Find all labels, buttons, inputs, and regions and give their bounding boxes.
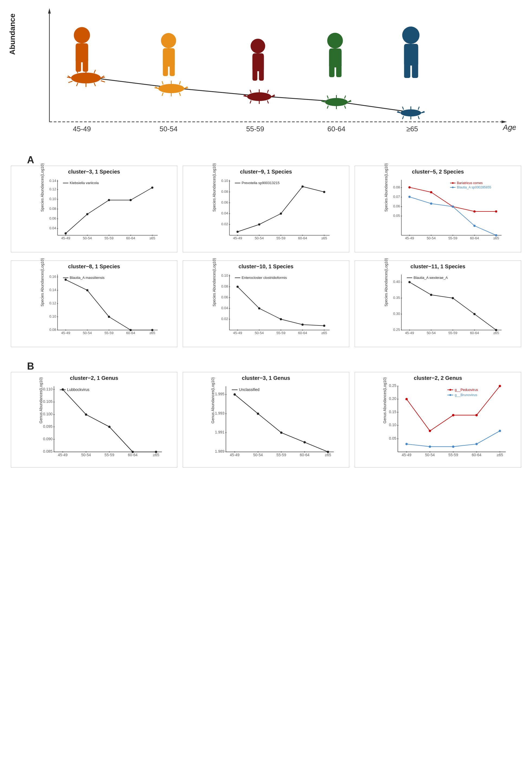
svg-point-185 — [474, 225, 476, 227]
svg-text:g__Peduovirus: g__Peduovirus — [455, 388, 478, 392]
svg-text:0.08: 0.08 — [393, 185, 400, 189]
section-b-label: B — [27, 361, 521, 372]
svg-point-152 — [280, 213, 282, 215]
svg-text:45-49: 45-49 — [61, 236, 70, 240]
svg-text:45-49: 45-49 — [61, 331, 70, 335]
chart-b-cluster2-genus: cluster−2, 1 Genus Genus Abundances(Log1… — [11, 372, 177, 468]
svg-text:Blautia_A massiliensis: Blautia_A massiliensis — [70, 276, 105, 280]
svg-text:≥65: ≥65 — [497, 453, 503, 457]
svg-point-363 — [405, 443, 408, 445]
svg-text:0.35: 0.35 — [393, 296, 400, 300]
chart-a-cluster8-title: cluster−8, 1 Species — [15, 263, 173, 270]
svg-rect-33 — [163, 63, 168, 76]
svg-text:0.07: 0.07 — [393, 195, 400, 199]
svg-text:0.15: 0.15 — [389, 410, 396, 414]
chart-a-cluster3-title: cluster−3, 1 Species — [15, 169, 173, 175]
svg-point-274 — [474, 313, 476, 315]
svg-point-361 — [475, 414, 478, 416]
svg-text:0.090: 0.090 — [43, 437, 53, 441]
svg-text:55-59: 55-59 — [246, 125, 264, 133]
svg-line-94 — [403, 116, 404, 119]
svg-line-91 — [403, 107, 404, 110]
svg-text:0.105: 0.105 — [43, 399, 53, 404]
svg-text:0.10: 0.10 — [49, 314, 56, 318]
svg-text:≥65: ≥65 — [149, 236, 155, 240]
chart-a-cluster8: cluster−8, 1 Species Species Abundances(… — [11, 260, 177, 347]
svg-text:0.40: 0.40 — [393, 280, 400, 284]
chart-a-cluster10-title: cluster−10, 1 Species — [187, 263, 345, 270]
svg-point-125 — [151, 187, 154, 189]
svg-text:0.10: 0.10 — [221, 179, 228, 183]
svg-point-184 — [452, 205, 454, 208]
svg-text:1.995: 1.995 — [215, 392, 224, 396]
svg-line-77 — [327, 106, 328, 109]
svg-point-246 — [280, 318, 282, 320]
svg-text:60-64: 60-64 — [126, 236, 135, 240]
chart-b-cluster2-svg: 0.085 0.090 0.095 0.100 0.105 0.110 45-4… — [37, 383, 170, 459]
svg-point-216 — [86, 289, 89, 291]
svg-point-362 — [499, 385, 501, 387]
svg-point-10 — [74, 27, 90, 43]
svg-text:≥65: ≥65 — [325, 453, 331, 457]
svg-line-26 — [77, 83, 78, 86]
svg-text:60-64: 60-64 — [470, 236, 479, 240]
svg-text:45-49: 45-49 — [405, 236, 414, 240]
svg-text:0.04: 0.04 — [221, 306, 228, 310]
svg-point-333 — [327, 451, 329, 453]
svg-text:55-59: 55-59 — [276, 236, 285, 240]
svg-rect-50 — [253, 68, 257, 81]
svg-point-219 — [151, 329, 154, 331]
svg-line-62 — [267, 100, 269, 103]
svg-text:Blautia_A sp000285855: Blautia_A sp000285855 — [457, 185, 491, 189]
svg-text:≥65: ≥65 — [321, 236, 327, 240]
svg-point-248 — [323, 325, 325, 327]
chart-b-cluster3-svg: 1.989 1.991 1.993 1.995 45-49 50-54 55-5… — [209, 383, 342, 459]
chart-b-cluster2-2genus: cluster−2, 2 Genus Genus Abundances(Log1… — [355, 372, 521, 468]
svg-point-86 — [401, 109, 421, 116]
svg-text:45-49: 45-49 — [402, 453, 412, 457]
chart-a-cluster5-ylabel: Species Abundances(Log10) — [384, 163, 388, 212]
svg-text:Unclassified: Unclassified — [239, 387, 259, 392]
svg-text:0.25: 0.25 — [389, 383, 396, 388]
svg-text:50-54: 50-54 — [425, 453, 435, 457]
svg-marker-3 — [48, 8, 51, 14]
chart-a-cluster10-svg: 0.02 0.04 0.06 0.08 0.10 45-49 50-54 55-… — [209, 272, 342, 337]
svg-text:0.16: 0.16 — [49, 275, 56, 279]
svg-line-42 — [179, 81, 181, 84]
chart-a-cluster11-svg: 0.25 0.30 0.35 0.40 45-49 50-54 55-59 60… — [381, 272, 514, 337]
svg-point-52 — [247, 92, 272, 101]
svg-text:45-49: 45-49 — [405, 331, 414, 335]
section-a-label: A — [27, 154, 521, 166]
svg-text:60-64: 60-64 — [298, 236, 307, 240]
svg-text:0.06: 0.06 — [393, 204, 400, 208]
svg-text:0.06: 0.06 — [221, 200, 228, 204]
svg-text:50-54: 50-54 — [427, 331, 436, 335]
svg-line-40 — [162, 81, 163, 84]
svg-text:60-64: 60-64 — [470, 331, 479, 335]
svg-text:55-59: 55-59 — [448, 236, 457, 240]
chart-a-cluster11-title: cluster−11, 1 Species — [359, 263, 517, 270]
svg-point-46 — [251, 39, 265, 53]
chart-a-cluster5-svg: 0.05 0.06 0.07 0.08 45-49 50-54 55-59 60… — [381, 177, 514, 242]
svg-text:Klebsiella variicola: Klebsiella variicola — [70, 181, 99, 185]
svg-point-218 — [130, 329, 132, 331]
svg-text:Age: Age — [502, 123, 516, 132]
svg-rect-68 — [336, 64, 342, 77]
svg-point-69 — [325, 98, 348, 106]
svg-text:0.10: 0.10 — [389, 423, 396, 427]
svg-point-244 — [237, 286, 239, 288]
svg-rect-51 — [259, 68, 264, 81]
svg-text:50-54: 50-54 — [83, 236, 92, 240]
svg-text:1.989: 1.989 — [215, 449, 224, 453]
chart-a-cluster9-title: cluster−9, 1 Species — [187, 169, 345, 175]
chart-a-cluster9-ylabel: Species Abundances(Log10) — [212, 163, 216, 212]
svg-text:0.12: 0.12 — [49, 187, 56, 191]
svg-point-186 — [495, 234, 497, 236]
svg-line-76 — [345, 96, 346, 99]
svg-text:50-54: 50-54 — [255, 331, 264, 335]
svg-rect-14 — [76, 58, 81, 72]
svg-text:1.993: 1.993 — [215, 411, 224, 415]
svg-text:0.12: 0.12 — [49, 301, 56, 305]
svg-point-217 — [108, 316, 110, 318]
svg-point-359 — [429, 430, 431, 432]
